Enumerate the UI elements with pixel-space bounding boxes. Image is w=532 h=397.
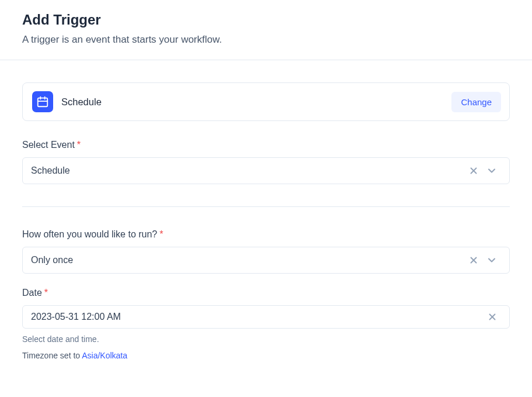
date-label-text: Date (22, 288, 42, 298)
trigger-info: Schedule (32, 91, 102, 112)
chevron-down-icon[interactable] (482, 254, 501, 266)
trigger-name: Schedule (61, 96, 102, 108)
page-header: Add Trigger A trigger is an event that s… (0, 0, 532, 60)
frequency-label: How often you would like to run?* (22, 229, 510, 240)
date-input-wrapper[interactable] (22, 305, 510, 329)
clear-icon[interactable] (465, 255, 482, 265)
calendar-icon (32, 91, 53, 112)
select-event-field: Select Event* Schedule (22, 140, 510, 184)
page-title: Add Trigger (22, 12, 510, 28)
clear-icon[interactable] (465, 165, 482, 176)
trigger-card: Schedule Change (22, 82, 510, 121)
timezone-prefix: Timezone set to (22, 351, 82, 360)
frequency-dropdown[interactable]: Only once (22, 247, 510, 274)
date-help-text: Select date and time. (22, 334, 510, 344)
select-event-dropdown[interactable]: Schedule (22, 157, 510, 184)
date-field: Date* Select date and time. Timezone set… (22, 288, 510, 360)
chevron-down-icon[interactable] (482, 165, 501, 177)
svg-rect-0 (38, 98, 48, 107)
select-event-label: Select Event* (22, 140, 510, 150)
required-marker: * (77, 140, 81, 150)
select-event-value: Schedule (31, 165, 465, 176)
required-marker: * (44, 288, 48, 298)
frequency-value: Only once (31, 255, 465, 265)
date-input[interactable] (31, 312, 484, 322)
section-divider (22, 206, 510, 207)
clear-icon[interactable] (484, 312, 501, 322)
timezone-text: Timezone set to Asia/Kolkata (22, 351, 510, 360)
frequency-label-text: How often you would like to run? (22, 229, 157, 239)
page-subtitle: A trigger is an event that starts your w… (22, 34, 510, 46)
required-marker: * (159, 229, 163, 239)
content-area: Schedule Change Select Event* Schedule (0, 60, 532, 360)
timezone-link[interactable]: Asia/Kolkata (82, 351, 127, 360)
change-button[interactable]: Change (451, 92, 501, 112)
select-event-label-text: Select Event (22, 140, 75, 150)
frequency-field: How often you would like to run?* Only o… (22, 229, 510, 274)
date-label: Date* (22, 288, 510, 298)
